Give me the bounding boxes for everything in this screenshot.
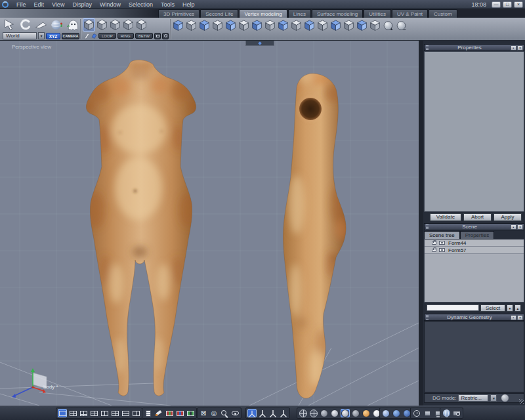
- thickness-tool-icon[interactable]: [251, 20, 262, 32]
- camera-button[interactable]: CAMERA: [62, 33, 79, 39]
- loop-button[interactable]: LOOP: [98, 33, 116, 39]
- history-clock-icon[interactable]: [412, 409, 421, 417]
- render-sphere-a-icon[interactable]: [381, 409, 390, 417]
- tab-surface-modeling[interactable]: Surface modeling: [312, 9, 363, 18]
- panel-close-icon[interactable]: ×: [517, 45, 523, 51]
- extrude-edge-tool-icon[interactable]: [212, 20, 223, 32]
- world-selector[interactable]: World: [3, 32, 37, 39]
- remove-points-tool-icon[interactable]: −: [396, 20, 407, 32]
- panel-collapse-icon[interactable]: ▪: [511, 315, 516, 320]
- scene-panel-titlebar[interactable]: Scene ▪ ×: [424, 223, 524, 230]
- grow-selection-icon[interactable]: [154, 33, 161, 39]
- universal-manipulator-icon[interactable]: [247, 409, 257, 417]
- betw-button[interactable]: BETW: [135, 33, 153, 39]
- shading-smooth-lines-icon[interactable]: [351, 409, 360, 417]
- panel-collapse-icon[interactable]: ▪: [511, 45, 516, 51]
- add-points-tool-icon[interactable]: +: [383, 20, 394, 32]
- menu-window[interactable]: Window: [96, 1, 125, 8]
- menu-view[interactable]: View: [48, 1, 68, 8]
- tab-scene-tree[interactable]: Scene tree: [424, 231, 460, 239]
- sphere-manipulator-icon[interactable]: [50, 18, 64, 32]
- menu-edit[interactable]: Edit: [30, 1, 49, 8]
- object-mode-cube-icon[interactable]: [83, 19, 94, 31]
- symmetry-tool-icon[interactable]: [356, 20, 368, 32]
- extrude-face-tool-icon[interactable]: [199, 20, 210, 32]
- tab-vertex-modeling[interactable]: Vertex modeling: [239, 9, 287, 18]
- menu-display[interactable]: Display: [68, 1, 96, 8]
- layout-split-top-icon[interactable]: [89, 409, 98, 417]
- panel-collapse-icon[interactable]: ▪: [511, 224, 516, 230]
- front-torso-model[interactable]: [85, 60, 198, 396]
- globe-icon[interactable]: [442, 409, 451, 417]
- shading-wireframe-icon[interactable]: [299, 409, 308, 417]
- grid-green-icon[interactable]: [186, 409, 195, 417]
- tab-uv-paint[interactable]: UV & Paint: [392, 9, 428, 18]
- average-weld-tool-icon[interactable]: [186, 20, 197, 32]
- layout-single-icon[interactable]: [58, 409, 67, 417]
- menu-help[interactable]: Help: [178, 1, 199, 8]
- paint-mode-icon[interactable]: [154, 409, 163, 417]
- layout-quad-alt-icon[interactable]: [110, 409, 119, 417]
- abort-button[interactable]: Abort: [463, 213, 492, 221]
- visibility-icon[interactable]: [439, 241, 445, 245]
- layout-columns-icon[interactable]: [100, 409, 109, 417]
- maximize-icon[interactable]: □: [503, 1, 512, 8]
- tab-utilities[interactable]: Utilities: [364, 9, 391, 18]
- xyz-button[interactable]: XYZ: [46, 33, 60, 39]
- target-view-icon[interactable]: ◎: [209, 409, 219, 417]
- apply-button[interactable]: Apply: [494, 213, 522, 221]
- layout-vsplit-icon[interactable]: [131, 409, 140, 417]
- edge-mode-cube-icon[interactable]: [110, 19, 121, 31]
- scale-manipulator-icon[interactable]: [279, 409, 288, 417]
- side-torso-model[interactable]: [283, 72, 350, 398]
- bridge-tool-icon[interactable]: [330, 20, 341, 32]
- fit-view-icon[interactable]: ⊠: [199, 409, 208, 417]
- layout-quad-icon[interactable]: [68, 409, 77, 417]
- tab-lines[interactable]: Lines: [288, 9, 311, 18]
- annotations-icon[interactable]: [144, 409, 153, 417]
- scene-tree-item-form57[interactable]: Form57: [425, 247, 524, 254]
- shrink-selection-icon[interactable]: [162, 33, 169, 39]
- fillet-tool-icon[interactable]: [278, 20, 289, 32]
- history-box-icon[interactable]: [423, 409, 432, 417]
- shading-flat-icon[interactable]: [320, 409, 329, 417]
- rotate-view-icon[interactable]: [18, 18, 32, 32]
- render-sphere-b-icon[interactable]: [392, 409, 401, 417]
- close-icon[interactable]: ×: [514, 1, 523, 8]
- shading-textured-icon[interactable]: [362, 409, 371, 417]
- visibility-icon[interactable]: [439, 248, 445, 252]
- dynamic-geometry-panel-titlebar[interactable]: Dynamic Geometry ▪ ×: [424, 314, 524, 321]
- sweep-tool-icon[interactable]: [225, 20, 236, 32]
- perspective-viewport[interactable]: Perspective view body *: [0, 41, 419, 406]
- mirror-tool-icon[interactable]: [343, 20, 354, 32]
- vertex-mode-cube-icon[interactable]: [96, 19, 108, 31]
- world-selector-arrow-icon[interactable]: ▾: [38, 32, 45, 39]
- menu-file[interactable]: File: [12, 1, 30, 8]
- lock-icon[interactable]: [432, 249, 436, 252]
- viewport-canvas[interactable]: [0, 41, 419, 406]
- panel-resize-grip[interactable]: [519, 399, 524, 404]
- scene-filter-input[interactable]: [427, 304, 479, 311]
- grid-red-blue-icon[interactable]: [175, 409, 184, 417]
- panel-close-icon[interactable]: ×: [517, 224, 523, 230]
- select-button[interactable]: Select: [480, 304, 505, 312]
- ring-button[interactable]: RING: [117, 33, 134, 39]
- menu-tools[interactable]: Tools: [157, 1, 178, 8]
- spinner-up-icon[interactable]: ▴: [514, 304, 521, 312]
- screenshot-camera-icon[interactable]: [452, 409, 461, 417]
- validate-button[interactable]: Validate: [430, 213, 461, 221]
- dissolve-tool-icon[interactable]: [317, 20, 328, 32]
- layout-split-bottom-icon[interactable]: [79, 409, 88, 417]
- tab-3d-primitives[interactable]: 3D Primitives: [158, 9, 200, 18]
- boolean-tool-icon[interactable]: [264, 20, 276, 32]
- scene-tree-item-form44[interactable]: Form44: [425, 240, 524, 247]
- smooth-tool-icon[interactable]: [238, 20, 249, 32]
- ghost-mode-icon[interactable]: [66, 18, 79, 32]
- shading-flat-lines-icon[interactable]: [330, 409, 339, 417]
- layout-hsplit-icon[interactable]: [121, 409, 130, 417]
- panel-close-icon[interactable]: ×: [517, 315, 523, 320]
- dg-mode-arrow-icon[interactable]: ▾: [490, 394, 497, 402]
- viewport-panel-handle[interactable]: [245, 41, 274, 46]
- tab-custom[interactable]: Custom: [429, 9, 457, 18]
- dg-mode-select[interactable]: Restric...: [458, 394, 488, 402]
